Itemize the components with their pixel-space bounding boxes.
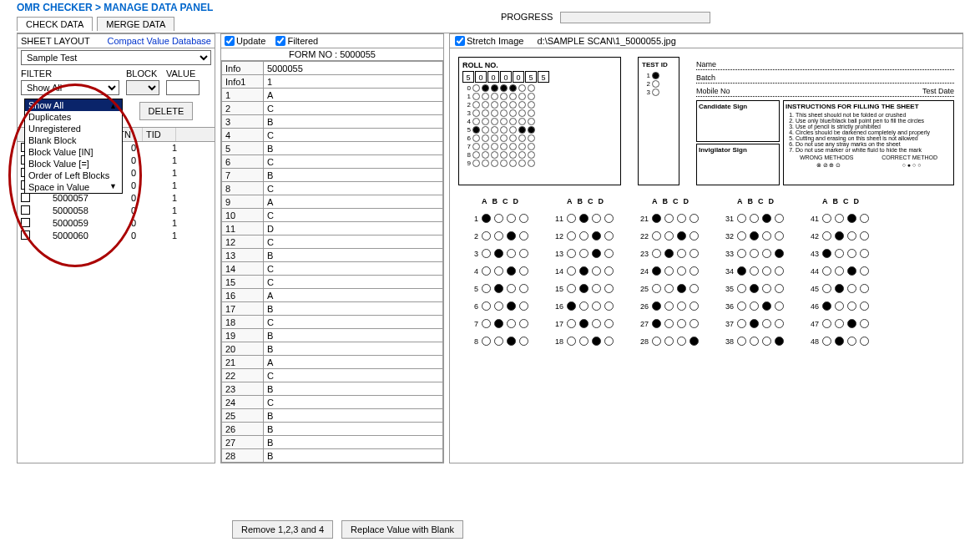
grid-value[interactable]: C [264,129,443,142]
grid-key: 5 [222,142,264,155]
grid-value[interactable]: B [264,423,443,436]
answer-row: 38 [722,337,784,346]
block-select[interactable] [126,80,159,95]
filter-option[interactable]: Duplicates [25,111,122,123]
value-label: VALUE [166,68,200,78]
grid-value[interactable]: C [264,209,443,222]
grid-value[interactable]: B [264,142,443,155]
answer-row: 32 [722,231,784,241]
grid-value[interactable]: C [264,276,443,289]
grid-key: 9 [222,195,264,209]
grid-value[interactable]: C [264,155,443,169]
grid-value[interactable]: C [264,235,443,249]
answer-row: 4 [467,266,528,276]
answer-row: 23 [637,249,699,258]
filter-option[interactable]: Order of Left Blocks [25,170,122,181]
grid-value[interactable]: B [264,409,443,423]
answer-row: 2 [467,231,528,241]
grid-value[interactable]: C [264,369,443,382]
answer-row: 48 [807,337,869,346]
tab-merge-data[interactable]: MERGE DATA [97,17,174,31]
answer-row: 13 [552,249,614,258]
delete-button[interactable]: DELETE [139,102,194,120]
answer-row: 18 [552,337,614,346]
grid-value[interactable]: B [264,169,443,182]
grid-value[interactable]: B [264,449,443,463]
grid-key: 27 [222,436,264,449]
grid-value[interactable]: B [264,342,443,356]
answer-row: 33 [722,249,784,258]
omr-image-preview: ROLL NO. 5000055 0123456789 TEST ID 123 … [450,48,962,463]
answer-row: 31 [722,214,784,223]
tree-row[interactable]: 500006001 [18,230,215,242]
grid-value[interactable]: B [264,249,443,262]
answer-row: 37 [722,319,784,328]
layout-select[interactable]: Sample Test [21,50,211,65]
grid-value[interactable]: B [264,436,443,449]
grid-value[interactable]: B [264,382,443,396]
stretch-checkbox[interactable]: Stretch Image [455,36,523,46]
candidate-sign-box: Candidate Sign [696,100,780,142]
grid-value[interactable]: B [264,302,443,316]
tree-row[interactable]: 500005901 [18,217,215,230]
grid-value[interactable]: A [264,89,443,102]
grid-key: 10 [222,209,264,222]
grid-value[interactable]: C [264,182,443,195]
answer-row: 14 [552,266,614,276]
block-label: BLOCK [126,68,159,78]
center-panel: Update Filtered FORM NO : 5000055 Info50… [220,33,444,463]
grid-value[interactable]: 1 [264,75,443,89]
left-panel: SHEET LAYOUT Compact Value Database Samp… [17,33,215,463]
filtered-checkbox[interactable]: Filtered [275,36,318,46]
grid-key: 23 [222,382,264,396]
grid-value[interactable]: B [264,115,443,129]
grid-value[interactable]: C [264,396,443,409]
update-checkbox[interactable]: Update [225,36,265,46]
answer-row: 6 [467,301,528,311]
tree-row[interactable]: 500005801 [18,205,215,217]
breadcrumb: OMR CHECKER > MANAGE DATA PANEL [0,0,980,15]
answer-row: 22 [637,231,699,241]
filter-option[interactable]: Unregistered [25,123,122,134]
image-path: d:\SAMPLE SCAN\1_5000055.jpg [537,36,675,46]
grid-value[interactable]: C [264,316,443,329]
grid-key: 28 [222,449,264,463]
answer-row: 24 [637,266,699,276]
grid-value[interactable]: C [264,262,443,276]
data-grid: Info5000055Info111A2C3B4C5B6C7B8C9A10C11… [221,61,443,463]
answer-row: 16 [552,301,614,311]
answer-row: 45 [807,284,869,293]
grid-value[interactable]: A [264,195,443,209]
answer-row: 44 [807,266,869,276]
answer-row: 7 [467,319,528,328]
grid-value[interactable]: D [264,222,443,235]
grid-key: 8 [222,182,264,195]
replace-blank-button[interactable]: Replace Value with Blank [341,520,463,539]
filter-option[interactable]: Block Value [=] [25,158,122,170]
answer-row: 5 [467,284,528,293]
grid-key: 26 [222,423,264,436]
tab-check-data[interactable]: CHECK DATA [17,17,93,31]
info-box: Name Batch Mobile NoTest Date Candidate … [696,57,954,185]
compact-value-link[interactable]: Compact Value Database [107,36,211,46]
grid-key: 1 [222,89,264,102]
grid-key: 19 [222,329,264,342]
grid-key: 6 [222,155,264,169]
form-no-label: FORM NO : 5000055 [221,48,443,61]
grid-value[interactable]: A [264,356,443,369]
grid-value[interactable]: 5000055 [264,62,443,75]
value-input[interactable] [166,80,200,95]
right-panel: Stretch Image d:\SAMPLE SCAN\1_5000055.j… [449,33,963,463]
grid-value[interactable]: B [264,329,443,342]
invigilator-sign-box: Invigilator Sign [696,144,780,185]
grid-key: 11 [222,222,264,235]
filter-select[interactable]: Show All [21,80,119,95]
answer-row: 41 [807,214,869,223]
filter-option[interactable]: Block Value [IN] [25,146,122,158]
remove-1234-button[interactable]: Remove 1,2,3 and 4 [232,520,333,539]
filter-option[interactable]: Blank Block [25,134,122,146]
grid-value[interactable]: A [264,289,443,302]
grid-value[interactable]: C [264,102,443,115]
filter-dropdown: Show AllDuplicatesUnregisteredBlank Bloc… [24,99,123,194]
tree-row[interactable]: 500005701 [18,192,215,205]
